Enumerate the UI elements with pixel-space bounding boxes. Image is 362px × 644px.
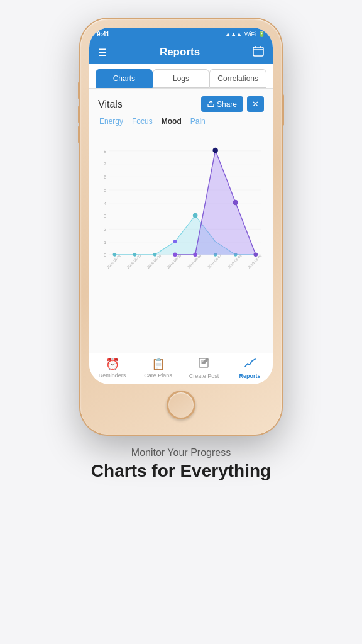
chart-filters: Energy Focus Mood Pain <box>98 117 264 126</box>
vitals-actions: Share ✕ <box>201 96 264 112</box>
phone-screen: 9:41 ▲▲▲ WiFi 🔋 ☰ Reports Charts <box>89 28 273 384</box>
nav-care-plans-label: Care Plans <box>144 372 172 379</box>
nav-reminders[interactable]: ⏰ Reminders <box>89 357 135 379</box>
header-title: Reports <box>160 46 200 58</box>
share-button[interactable]: Share <box>201 96 243 112</box>
filter-focus[interactable]: Focus <box>132 117 153 126</box>
svg-point-27 <box>193 213 198 218</box>
filter-pain[interactable]: Pain <box>190 117 206 126</box>
reminders-icon: ⏰ <box>106 357 119 371</box>
svg-text:5: 5 <box>104 187 106 193</box>
svg-text:6: 6 <box>104 174 106 180</box>
svg-point-34 <box>212 148 217 153</box>
menu-icon[interactable]: ☰ <box>98 47 107 58</box>
chart-svg: 8 7 6 5 4 3 2 1 0 <box>98 132 264 270</box>
svg-text:1: 1 <box>104 240 106 245</box>
svg-rect-0 <box>253 47 263 56</box>
nav-reports-label: Reports <box>239 373 260 379</box>
tab-logs[interactable]: Logs <box>153 69 210 88</box>
filter-energy[interactable]: Energy <box>99 117 123 126</box>
status-bar: 9:41 ▲▲▲ WiFi 🔋 <box>89 28 273 40</box>
svg-text:2: 2 <box>104 226 106 232</box>
nav-create-post[interactable]: Create Post <box>181 357 227 379</box>
status-time: 9:41 <box>97 31 109 38</box>
home-button[interactable] <box>167 391 195 419</box>
signal-icon: ▲▲▲ <box>225 31 242 37</box>
svg-point-35 <box>233 200 238 205</box>
tab-charts[interactable]: Charts <box>96 69 153 88</box>
svg-text:8: 8 <box>104 148 106 154</box>
filter-mood[interactable]: Mood <box>162 117 182 126</box>
create-post-icon <box>199 357 210 372</box>
wifi-icon: WiFi <box>244 31 256 37</box>
battery-icon: 🔋 <box>258 31 265 37</box>
svg-text:7: 7 <box>104 161 106 167</box>
close-button[interactable]: ✕ <box>247 96 264 112</box>
tab-correlations[interactable]: Correlations <box>209 69 266 88</box>
bottom-text: Monitor Your Progress Charts for Everyth… <box>79 435 283 500</box>
tab-bar: Charts Logs Correlations <box>89 64 273 89</box>
tagline: Monitor Your Progress <box>91 447 271 458</box>
phone-shell: 9:41 ▲▲▲ WiFi 🔋 ☰ Reports Charts <box>80 19 282 435</box>
chart-container: 8 7 6 5 4 3 2 1 0 <box>98 132 264 270</box>
content-area: Vitals Share ✕ Energy Focus Mood <box>89 89 273 353</box>
svg-point-26 <box>173 240 177 243</box>
status-icons: ▲▲▲ WiFi 🔋 <box>225 31 265 37</box>
vitals-header: Vitals Share ✕ <box>98 96 264 112</box>
care-plans-icon: 📋 <box>151 357 165 371</box>
bottom-nav: ⏰ Reminders 📋 Care Plans Create Post <box>89 353 273 384</box>
nav-reminders-label: Reminders <box>99 372 126 379</box>
nav-create-post-label: Create Post <box>189 373 219 379</box>
svg-text:3: 3 <box>104 213 106 219</box>
app-header: ☰ Reports <box>89 40 273 64</box>
nav-care-plans[interactable]: 📋 Care Plans <box>135 357 181 379</box>
svg-text:0: 0 <box>104 252 106 258</box>
vitals-title: Vitals <box>98 99 123 110</box>
calendar-icon[interactable] <box>253 45 264 59</box>
headline: Charts for Everything <box>91 461 271 481</box>
nav-reports[interactable]: Reports <box>227 357 273 379</box>
reports-icon <box>244 357 256 372</box>
svg-text:4: 4 <box>104 201 106 206</box>
share-label: Share <box>217 100 237 109</box>
